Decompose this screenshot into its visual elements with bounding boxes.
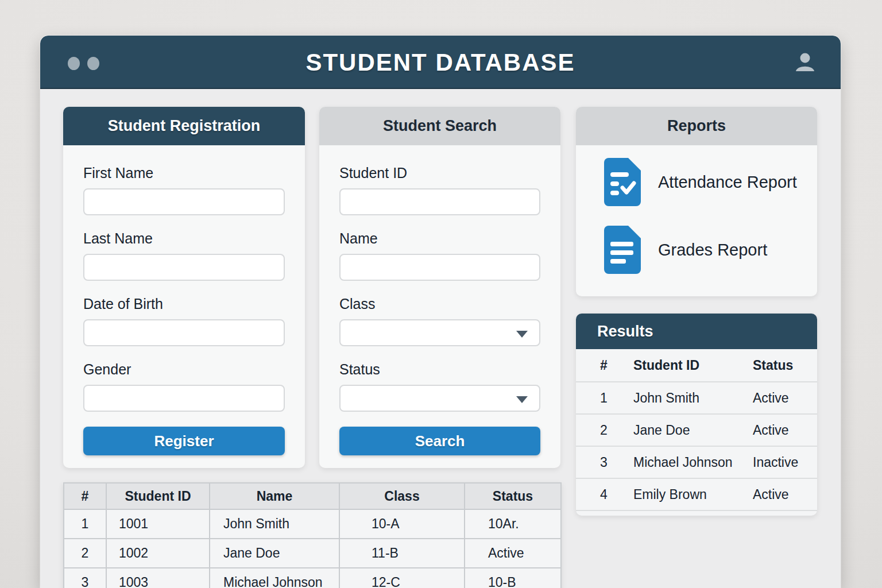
register-button[interactable]: Register <box>83 427 285 455</box>
results-table-row: 2 Jane Doe Active <box>576 415 817 447</box>
reports-panel-title: Reports <box>576 107 817 145</box>
app-window: STUDENT DATABASE Student Registration Fi… <box>40 36 841 588</box>
search-panel-title: Student Search <box>319 107 560 145</box>
cell-student-id: 1001 <box>107 510 210 539</box>
cell-num: 2 <box>64 539 107 568</box>
search-name-input[interactable] <box>339 254 540 281</box>
row-num: 2 <box>576 423 633 438</box>
user-icon[interactable] <box>794 51 817 75</box>
chevron-down-icon <box>516 331 528 338</box>
students-table-row: 1 1001 John Smith 10-A 10Ar. <box>64 510 560 539</box>
students-table-header: # Student ID Name Class Status <box>64 483 560 510</box>
cell-num: 1 <box>64 510 107 539</box>
last-name-label: Last Name <box>83 230 285 247</box>
students-table-row: 3 1003 Michael Johnson 12-C 10-B <box>64 568 560 588</box>
student-id-field-group: Student ID <box>339 165 540 215</box>
results-panel: Results # Student ID Status 1 John Smith… <box>576 314 817 516</box>
students-col-status: Status <box>465 483 560 510</box>
class-label: Class <box>339 296 540 312</box>
cell-class: 12-C <box>340 568 465 588</box>
grades-report-icon <box>603 226 641 274</box>
results-table-row: 4 Emily Brown Active <box>576 479 817 511</box>
row-num: 1 <box>576 390 633 406</box>
first-name-field-group: First Name <box>83 165 285 215</box>
student-search-panel: Student Search Student ID Name Class Sta… <box>319 107 560 468</box>
app-title: STUDENT DATABASE <box>40 36 841 89</box>
grades-report-item[interactable]: Grades Report <box>576 219 817 287</box>
students-col-num: # <box>64 483 107 510</box>
search-name-label: Name <box>339 230 540 247</box>
cell-name: John Smith <box>210 510 340 539</box>
cell-name: Jane Doe <box>210 539 340 568</box>
results-col-num: # <box>576 358 633 373</box>
students-col-name: Name <box>210 483 340 510</box>
cell-status: 10-B <box>465 568 560 588</box>
registration-panel-title: Student Registration <box>63 107 305 145</box>
cell-name: Michael Johnson <box>210 568 340 588</box>
row-status: Active <box>753 423 817 438</box>
cell-class: 11-B <box>340 539 465 568</box>
date-of-birth-input[interactable] <box>83 319 285 346</box>
row-num: 3 <box>576 455 633 470</box>
students-table-row: 2 1002 Jane Doe 11-B Active <box>64 539 560 568</box>
cell-class: 10-A <box>340 510 465 539</box>
gender-label: Gender <box>83 361 285 378</box>
class-select[interactable] <box>339 319 540 346</box>
row-student: John Smith <box>633 390 753 406</box>
chevron-down-icon <box>516 396 528 403</box>
row-student: Jane Doe <box>633 423 753 438</box>
students-table: # Student ID Name Class Status 1 1001 Jo… <box>63 482 562 588</box>
cell-student-id: 1002 <box>107 539 210 568</box>
cell-status: Active <box>465 539 560 568</box>
last-name-field-group: Last Name <box>83 230 285 281</box>
results-table-row: 1 John Smith Active <box>576 382 817 415</box>
first-name-input[interactable] <box>83 188 285 215</box>
last-name-input[interactable] <box>83 254 285 281</box>
student-registration-panel: Student Registration First Name Last Nam… <box>63 107 305 468</box>
grades-report-label: Grades Report <box>658 241 767 260</box>
results-col-status: Status <box>753 358 817 373</box>
results-col-student-id: Student ID <box>633 358 753 373</box>
gender-field-group: Gender <box>83 361 285 412</box>
attendance-report-label: Attendance Report <box>658 173 797 192</box>
cell-num: 3 <box>64 568 107 588</box>
results-table-header: # Student ID Status <box>576 349 817 382</box>
students-col-student-id: Student ID <box>107 483 210 510</box>
status-label: Status <box>339 361 540 378</box>
date-of-birth-label: Date of Birth <box>83 296 285 312</box>
row-student: Emily Brown <box>633 487 753 502</box>
cell-status: 10Ar. <box>465 510 560 539</box>
status-select[interactable] <box>339 385 540 412</box>
gender-input[interactable] <box>83 385 285 412</box>
row-student: Michael Johnson <box>633 455 753 470</box>
reports-panel: Reports Attendance Report Grades Report <box>576 107 817 296</box>
student-id-input[interactable] <box>339 188 540 215</box>
cell-student-id: 1003 <box>107 568 210 588</box>
results-table-row: 3 Michael Johnson Inactive <box>576 447 817 479</box>
row-status: Active <box>753 487 817 502</box>
row-status: Inactive <box>753 455 817 470</box>
results-panel-title: Results <box>576 314 817 349</box>
attendance-report-item[interactable]: Attendance Report <box>576 145 817 219</box>
row-status: Active <box>753 390 817 406</box>
search-name-field-group: Name <box>339 230 540 281</box>
class-field-group: Class <box>339 296 540 346</box>
student-id-label: Student ID <box>339 165 540 181</box>
status-field-group: Status <box>339 361 540 412</box>
app-titlebar: STUDENT DATABASE <box>40 36 841 89</box>
date-of-birth-field-group: Date of Birth <box>83 296 285 346</box>
attendance-report-icon <box>603 158 641 206</box>
search-button[interactable]: Search <box>339 427 540 455</box>
row-num: 4 <box>576 487 633 502</box>
students-col-class: Class <box>340 483 465 510</box>
results-table: # Student ID Status 1 John Smith Active … <box>576 349 817 511</box>
first-name-label: First Name <box>83 165 285 181</box>
